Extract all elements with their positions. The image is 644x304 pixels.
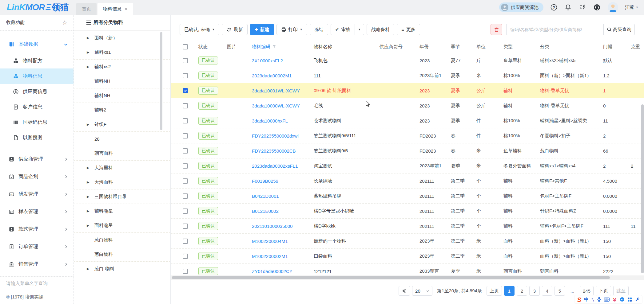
material-code-link[interactable]: FDY20235500002CB	[251, 148, 312, 154]
star-icon[interactable]: ☆	[62, 19, 67, 26]
sidebar-item-客户信息[interactable]: 客户信息	[0, 99, 74, 115]
page-button-4[interactable]: 4	[542, 286, 552, 296]
username-menu[interactable]: 江蓠 ▼	[625, 5, 638, 10]
caret-right-icon[interactable]: ▶	[87, 224, 94, 228]
material-code-link[interactable]: 3dada10001WL-XCWY	[251, 88, 312, 93]
advanced-search-button[interactable]: 高级查询	[603, 24, 635, 35]
caret-right-icon[interactable]: ▶	[87, 209, 94, 213]
supplier-pool-button[interactable]: 供应商资源池	[499, 2, 543, 12]
table-row[interactable]: 已确认3dada10001WL-XCWY09-06 款 针织面料2023夏季公斤…	[171, 83, 644, 98]
category-tree-item[interactable]: 28	[74, 132, 170, 146]
table-row[interactable]: 已确认B0421D0001蓄热里料吊牌202111第二季个辅料包材F>主吊牌F0…	[171, 189, 644, 204]
audit-button[interactable]: ✔ 审核	[331, 24, 355, 35]
menu-search-input[interactable]	[6, 281, 67, 286]
caret-right-icon[interactable]: ▶	[87, 166, 94, 170]
ime-language-toggle[interactable]: 中	[584, 297, 589, 302]
table-row[interactable]: 已确认3dada10000WL-XCWY毛线2023夏季公斤辅料物料-香草无忧0	[171, 98, 644, 113]
row-checkbox[interactable]	[183, 193, 188, 199]
sidebar-item-商品企划[interactable]: 商品企划	[0, 168, 74, 185]
ime-settings-icon[interactable]	[635, 297, 640, 302]
sidebar-item-国标码信息[interactable]: 国标码信息	[0, 115, 74, 130]
material-code-link[interactable]: 3X10000xsFL2	[251, 58, 312, 63]
caret-right-icon[interactable]: ▶	[87, 123, 94, 127]
table-search-input[interactable]	[506, 24, 603, 35]
category-tree-item[interactable]: 葱白物料	[74, 247, 170, 262]
sidebar-item-供应商信息[interactable]: 供应商信息	[0, 84, 74, 99]
more-button[interactable]: ≡ 更多	[397, 24, 420, 35]
caret-right-icon[interactable]: ▶	[87, 65, 94, 69]
notification-bell-icon[interactable]	[564, 4, 572, 11]
table-settings-button[interactable]	[399, 286, 410, 296]
material-code-link[interactable]: FDY20235500002dxwl	[251, 133, 312, 138]
material-code-link[interactable]: 2021101000035000	[251, 224, 312, 229]
page-size-select[interactable]: 20	[412, 286, 432, 296]
table-row[interactable]: 已确认F0019B0259长条织唛202111第二季个辅料辅料F>其他F4.50…	[171, 173, 644, 189]
status-filter-dropdown[interactable]: 已确认, 未确 ▼	[180, 24, 219, 35]
sidebar-item-样衣管理[interactable]: 样衣管理	[0, 203, 74, 220]
sidebar-item-物料信息[interactable]: 物料信息	[0, 68, 74, 84]
category-tree-item[interactable]: ▶辅料瀚星	[74, 204, 170, 218]
filter-icon[interactable]	[272, 44, 276, 49]
table-row[interactable]: 已确认M1002200002M1口袋面料2023年第二季米面料面料（新）>面料（…	[171, 249, 644, 264]
toolbox-grid-icon[interactable]	[627, 297, 632, 302]
sidebar-item-基础数据[interactable]: 基础数据	[0, 36, 74, 53]
category-tree-item[interactable]: 葱白物料	[74, 233, 170, 247]
table-row[interactable]: 已确认M1002200004M1最新的一个物料2023年第二季米面料面料（新）>…	[171, 234, 644, 249]
material-code-link[interactable]: 2023dada00002xsFL1	[251, 163, 312, 169]
audit-more-button[interactable]: ▼	[355, 24, 364, 35]
help-icon[interactable]: ?	[550, 4, 558, 11]
strategic-material-button[interactable]: 战略备料	[367, 24, 394, 35]
sidebar-item-物料配方[interactable]: 物料配方	[0, 53, 74, 68]
row-checkbox[interactable]	[183, 88, 188, 93]
material-code-link[interactable]: B0421D0001	[251, 193, 312, 199]
category-tree-item[interactable]: 辅料NH	[74, 88, 170, 103]
sidebar-item-研发管理[interactable]: CC研发管理	[0, 185, 74, 203]
table-row[interactable]: 已确认FDY20235500002dxwl箬兰测试物料9/5/111FD2023…	[171, 128, 644, 143]
sidebar-item-订单管理[interactable]: 订单管理	[0, 238, 74, 255]
material-code-link[interactable]: M1002200004M1	[251, 239, 312, 244]
category-tree-item[interactable]: ▶面料（新）	[74, 31, 170, 45]
table-row[interactable]: 已确认3dada10000hxFL苍术测试物料2023夏季件棉100%辅料瀚星>…	[171, 113, 644, 128]
row-checkbox[interactable]	[183, 254, 188, 259]
table-row[interactable]: 已确认B0121E0002横D字母皇冠小织唛202111第二季个辅料针织F>特殊…	[171, 204, 644, 219]
table-row[interactable]: 已确认2023dada00002M11112023年前1夏季米棉100%面料（新…	[171, 68, 644, 83]
horizontal-scrollbar[interactable]	[171, 275, 644, 280]
sidebar-item-以图搜图[interactable]: 以图搜图	[0, 130, 74, 145]
vertical-scrollbar-thumb[interactable]	[641, 104, 644, 273]
voice-assistant-icon[interactable]	[620, 297, 625, 302]
page-button-5[interactable]: 5	[555, 286, 565, 296]
table-row[interactable]: 已确认3X10000xsFL2飞机包2023夏77斤鱼草里料辅料xs2>辅料xs…	[171, 53, 644, 68]
category-tree-item[interactable]: ▶辅料xs1	[74, 45, 170, 60]
row-checkbox[interactable]	[183, 239, 188, 244]
tab-material-info[interactable]: 物料信息 ×	[97, 3, 133, 15]
user-avatar[interactable]	[608, 2, 618, 13]
category-tree-item[interactable]: ▶大海面料	[74, 175, 170, 189]
category-tree-item[interactable]: 朝言面料	[74, 146, 170, 161]
skin-paw-icon[interactable]	[612, 297, 617, 302]
keyboard-icon[interactable]	[604, 298, 610, 302]
caret-right-icon[interactable]: ▶	[87, 50, 94, 54]
table-row[interactable]: 已确认ZY01dada00002CY12121212033朝言夏季米朝言面料朝言…	[171, 264, 644, 275]
sidebar-item-供应商管理[interactable]: 供应商管理	[0, 150, 74, 168]
prev-page-button[interactable]: 上页	[487, 286, 502, 296]
category-tree-item[interactable]: ▶辅料xs2	[74, 60, 170, 74]
table-row[interactable]: 已确认2023dada00002xsFL1淘宝测试2023年前1夏季米冬夏外套面…	[171, 158, 644, 173]
row-checkbox[interactable]	[183, 133, 188, 138]
caret-right-icon[interactable]: ▶	[87, 267, 94, 271]
category-scrollbar[interactable]	[160, 32, 162, 130]
row-checkbox[interactable]	[183, 163, 188, 169]
jump-to-page-button[interactable]: 跳至	[613, 286, 629, 296]
refresh-button[interactable]: 刷新	[222, 24, 248, 35]
material-code-link[interactable]: 3dada10000hxFL	[251, 118, 312, 123]
row-checkbox[interactable]	[183, 269, 188, 274]
menu-search[interactable]	[0, 276, 74, 290]
row-checkbox[interactable]	[183, 178, 188, 184]
tab-close-icon[interactable]: ×	[125, 6, 128, 12]
caret-right-icon[interactable]: ▶	[87, 180, 94, 184]
material-code-link[interactable]: F0019B0259	[251, 178, 312, 184]
delete-button[interactable]	[491, 24, 502, 35]
page-button-3[interactable]: 3	[529, 286, 540, 296]
category-tree-item[interactable]: ▶葱白-物料	[74, 262, 170, 276]
ime-punctuation-toggle[interactable]: °,	[591, 297, 594, 302]
row-checkbox[interactable]	[183, 209, 188, 214]
